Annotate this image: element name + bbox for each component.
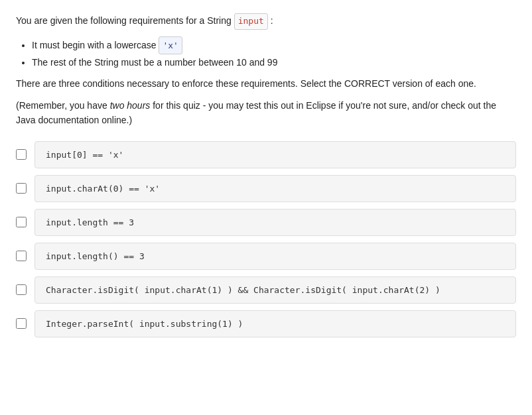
- option-row-3: input.length == 3: [16, 209, 516, 236]
- checkbox-opt6[interactable]: [16, 318, 27, 329]
- option-row-6: Integer.parseInt( input.substring(1) ): [16, 310, 516, 337]
- checkbox-opt5[interactable]: [16, 284, 27, 295]
- x-badge: 'x': [159, 36, 182, 54]
- checkbox-opt3[interactable]: [16, 217, 27, 227]
- bullet-2-text: The rest of the String must be a number …: [32, 57, 277, 68]
- option-code-opt3: input.length == 3: [34, 209, 516, 236]
- option-row-4: input.length() == 3: [16, 243, 516, 270]
- option-code-opt6: Integer.parseInt( input.substring(1) ): [34, 310, 516, 337]
- remember-text: (Remember, you have: [16, 100, 110, 111]
- checkbox-opt1[interactable]: [16, 149, 27, 160]
- options-container: input[0] == 'x'input.charAt(0) == 'x'inp…: [16, 141, 516, 337]
- requirements-list: It must begin with a lowercase 'x' The r…: [32, 36, 516, 72]
- option-code-opt1: input[0] == 'x': [34, 141, 516, 168]
- description-2: (Remember, you have two hours for this q…: [16, 98, 516, 128]
- checkbox-opt2[interactable]: [16, 183, 27, 194]
- bullet-2: The rest of the String must be a number …: [32, 54, 516, 71]
- bullet-1-text: It must begin with a lowercase: [32, 40, 159, 50]
- option-row-5: Character.isDigit( input.charAt(1) ) && …: [16, 276, 516, 304]
- input-badge: input: [234, 13, 268, 30]
- option-code-opt2: input.charAt(0) == 'x': [34, 175, 516, 202]
- option-code-opt4: input.length() == 3: [34, 243, 516, 270]
- intro-text: You are given the following requirements…: [16, 15, 232, 26]
- description-1: There are three conditions necessary to …: [16, 76, 516, 91]
- option-row-1: input[0] == 'x': [16, 141, 516, 168]
- checkbox-opt4[interactable]: [16, 251, 27, 261]
- option-code-opt5: Character.isDigit( input.charAt(1) ) && …: [34, 276, 516, 304]
- option-row-2: input.charAt(0) == 'x': [16, 175, 516, 202]
- two-hours: two hours: [110, 100, 151, 111]
- bullet-1: It must begin with a lowercase 'x': [32, 36, 516, 54]
- intro-paragraph: You are given the following requirements…: [16, 13, 516, 30]
